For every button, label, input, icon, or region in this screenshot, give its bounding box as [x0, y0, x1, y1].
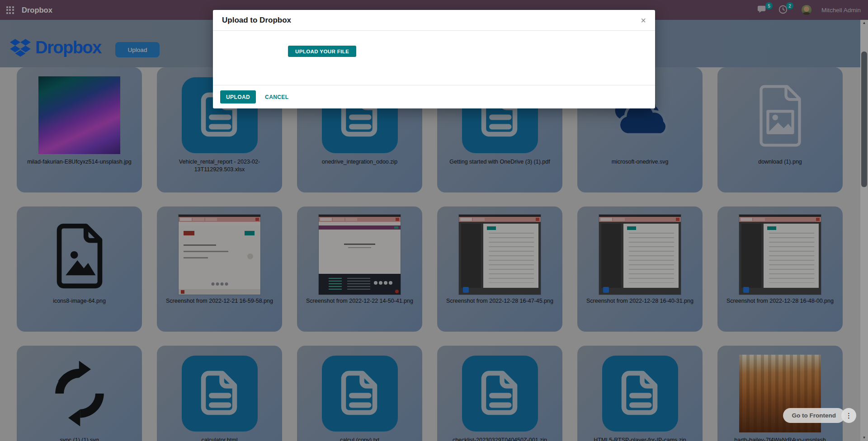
dialog-footer: UPLOAD CANCEL: [213, 85, 655, 108]
dialog-body: UPLOAD YOUR FILE: [213, 31, 655, 85]
go-to-frontend-button[interactable]: Go to Frontend: [783, 408, 845, 423]
dropbox-app-page: Dropbox Upload milad-fakurian-E8Ufcyxz51…: [0, 0, 868, 441]
upload-dialog: Upload to Dropbox × UPLOAD YOUR FILE UPL…: [213, 10, 655, 108]
dialog-upload-button[interactable]: UPLOAD: [220, 90, 256, 103]
close-icon[interactable]: ×: [637, 14, 650, 27]
frontend-switcher: Go to Frontend ⋮: [783, 408, 856, 423]
dialog-title: Upload to Dropbox: [222, 16, 291, 25]
dialog-header: Upload to Dropbox ×: [213, 10, 655, 31]
dialog-cancel-button[interactable]: CANCEL: [265, 94, 288, 100]
upload-your-file-button[interactable]: UPLOAD YOUR FILE: [288, 46, 356, 57]
kebab-menu-icon[interactable]: ⋮: [841, 408, 856, 423]
